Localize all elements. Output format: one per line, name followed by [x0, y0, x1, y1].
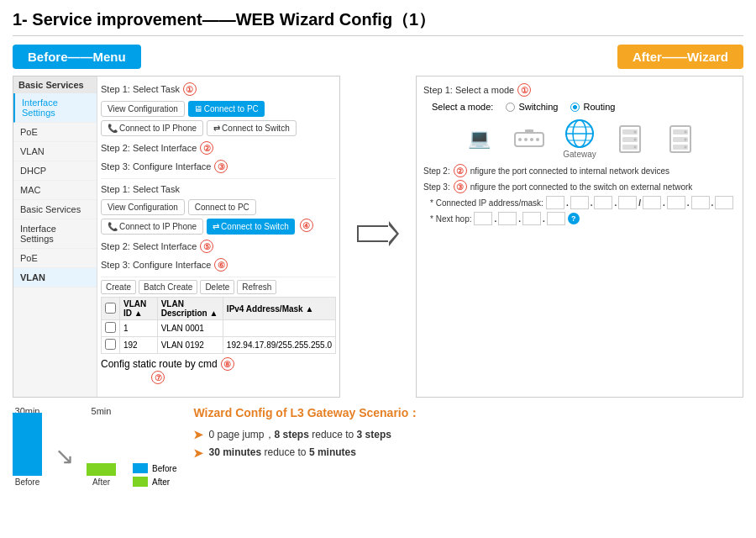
- sidebar-item-dhcp[interactable]: DHCP: [13, 161, 97, 181]
- ip-oct4[interactable]: [618, 196, 637, 209]
- after-time-label: 5min: [92, 406, 112, 416]
- create-btn[interactable]: Create: [101, 280, 136, 294]
- sidebar-item-poe2[interactable]: PoE: [13, 249, 97, 268]
- step1-text: Step 1: Select Task: [101, 84, 180, 94]
- after-bar: After: [87, 463, 116, 487]
- help-icon[interactable]: ?: [568, 213, 580, 224]
- static-route-label: Config static route by cmd: [101, 358, 218, 370]
- mode-row: Select a mode: Switching Routing: [432, 102, 736, 112]
- ip-mask3[interactable]: [691, 196, 710, 209]
- mode-label: Select a mode:: [432, 102, 493, 112]
- connect-switch-btn-2[interactable]: Connect to Switch: [207, 219, 295, 235]
- switching-radio[interactable]: [506, 103, 515, 112]
- connect-phone-btn-2[interactable]: Connect to IP Phone: [101, 219, 203, 235]
- nexthop-row: * Next hop: . . . ?: [430, 212, 736, 225]
- svg-point-23: [685, 138, 687, 140]
- row1-checkbox[interactable]: [105, 322, 116, 333]
- pc-icon-group: 💻: [462, 124, 496, 154]
- arrow-container: [353, 70, 403, 398]
- col-vlan-ip[interactable]: IPv4 Address/Mask ▲: [223, 298, 335, 320]
- step3-text: Step 3: Configure Interface: [101, 161, 211, 171]
- refresh-btn[interactable]: Refresh: [237, 280, 276, 294]
- nav-header: Basic Services: [13, 76, 97, 93]
- before-bar: Before: [13, 413, 42, 487]
- after-step1-text: Step 1: Select a mode: [423, 85, 514, 95]
- ip-mask1[interactable]: [643, 196, 661, 209]
- ip-oct2[interactable]: [570, 196, 589, 209]
- connected-ip-label: * Connected IP address/mask:: [430, 198, 543, 208]
- after-step3-desc: nfigure the port connected to the switch…: [470, 182, 693, 192]
- after-circle-3: ③: [454, 180, 467, 193]
- sidebar-item-vlan[interactable]: VLAN: [13, 142, 97, 161]
- sidebar-nav: Basic Services Interface Settings PoE VL…: [13, 76, 97, 397]
- bottom-section: 30min Before ↘ 5min After: [13, 406, 743, 487]
- sidebar-item-interface2[interactable]: Interface Settings: [13, 219, 97, 249]
- table-row: 192 VLAN 0192 192.94.17.89/255.255.255.0: [102, 337, 336, 354]
- circle-7: ⑦: [151, 371, 165, 384]
- vlan-id-1: 1: [120, 320, 158, 337]
- svg-point-4: [536, 138, 539, 141]
- before-box: Basic Services Interface Settings PoE VL…: [13, 76, 340, 398]
- delete-btn[interactable]: Delete: [200, 280, 234, 294]
- wizard-title: Wizard Config of L3 Gateway Scenario：: [193, 406, 743, 421]
- svg-point-3: [530, 138, 533, 141]
- bar-container: Before: [13, 419, 42, 487]
- router-device-icon: [563, 119, 596, 148]
- router-icon-group: Gateway: [563, 119, 596, 159]
- select-all-checkbox[interactable]: [105, 303, 116, 314]
- step2-label: Step 2: Select Interface ②: [101, 139, 336, 157]
- circle-2: ②: [200, 141, 213, 155]
- sidebar-item-mac[interactable]: MAC: [13, 181, 97, 200]
- before-banner: Before——Menu: [13, 45, 141, 69]
- nh-oct3[interactable]: [522, 212, 541, 225]
- nh-oct1[interactable]: [474, 212, 492, 225]
- svg-point-15: [634, 130, 637, 133]
- nh-oct2[interactable]: [498, 212, 517, 225]
- connect-pc-btn[interactable]: Connect to PC: [188, 101, 265, 117]
- svg-point-1: [518, 138, 522, 141]
- routing-radio[interactable]: [570, 103, 580, 112]
- server2-icon-group: [664, 124, 697, 154]
- after-bar-rect: [87, 463, 116, 476]
- chart-area-after: 5min After: [87, 406, 116, 487]
- step1b-text: Step 1: Select Task: [101, 184, 180, 194]
- nh-oct4[interactable]: [547, 212, 565, 225]
- switch-icon-group: [512, 124, 546, 154]
- vlan-table: VLAN ID ▲ VLAN Description ▲ IPv4 Addres…: [101, 297, 336, 354]
- static-route-row: Config static route by cmd ⑧: [101, 357, 336, 371]
- ip-mask2[interactable]: [667, 196, 685, 209]
- sidebar-item-interface[interactable]: Interface Settings: [13, 93, 97, 123]
- ip-oct1[interactable]: [546, 196, 564, 209]
- arrow-shape: [357, 221, 399, 246]
- vlan-desc-2: VLAN 0192: [157, 337, 223, 354]
- batch-create-btn[interactable]: Batch Create: [139, 280, 197, 294]
- view-config-btn[interactable]: View Configuration: [101, 101, 185, 117]
- after-bar-label: After: [92, 477, 110, 487]
- right-panel: After——Wizard Step 1: Select a mode ① Se…: [416, 45, 743, 398]
- connect-phone-btn[interactable]: Connect to IP Phone: [101, 120, 203, 136]
- switch-icon-2: [213, 222, 219, 231]
- sidebar-item-vlan2[interactable]: VLAN: [13, 268, 97, 287]
- step1-label: Step 1: Select Task ①: [101, 80, 336, 98]
- sidebar-item-poe[interactable]: PoE: [13, 123, 97, 142]
- view-config-btn-2[interactable]: View Configuration: [101, 199, 185, 215]
- connect-pc-btn-2[interactable]: Connect to PC: [188, 199, 256, 215]
- col-vlan-desc[interactable]: VLAN Description ▲: [157, 298, 223, 320]
- svg-point-16: [634, 138, 637, 140]
- main-title: 1- Service improvement——WEB Wizard Confi…: [13, 8, 743, 36]
- sidebar-item-basic[interactable]: Basic Services: [13, 200, 97, 219]
- col-vlan-id[interactable]: VLAN ID ▲: [120, 298, 158, 320]
- after-step3: Step 3: ③ nfigure the port connected to …: [423, 180, 736, 193]
- routing-option[interactable]: Routing: [570, 102, 615, 112]
- ip-oct3[interactable]: [594, 196, 612, 209]
- switch-device-icon: [512, 124, 546, 154]
- ip-mask4[interactable]: [715, 196, 733, 209]
- after-step2-desc: nfigure the port connected to internal n…: [470, 166, 669, 176]
- after-banner: After——Wizard: [617, 45, 743, 69]
- connect-switch-btn-1[interactable]: Connect to Switch: [207, 120, 297, 136]
- step3b-label: Step 3: Configure Interface ⑥: [101, 256, 336, 274]
- vlan-ip-1: [223, 320, 335, 337]
- switching-option[interactable]: Switching: [506, 102, 558, 112]
- col-checkbox: [102, 298, 120, 320]
- row2-checkbox[interactable]: [105, 339, 116, 350]
